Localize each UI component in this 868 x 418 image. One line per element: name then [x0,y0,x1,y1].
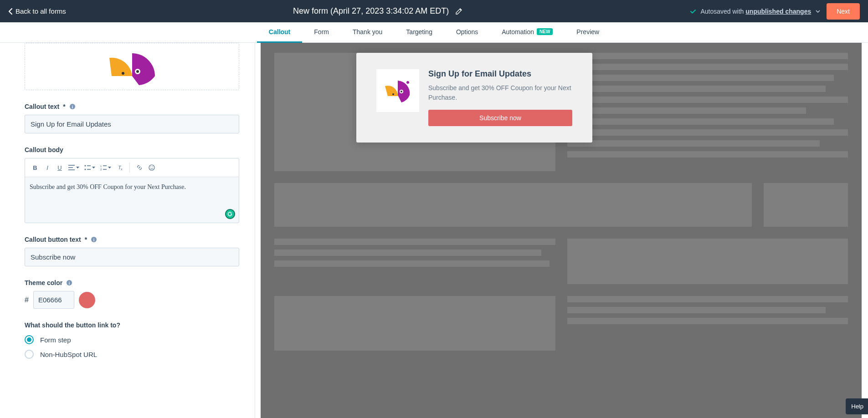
bold-button[interactable]: B [30,162,41,173]
next-button[interactable]: Next [827,3,860,20]
new-badge: NEW [537,28,553,35]
italic-button[interactable]: I [42,162,53,173]
svg-point-27 [401,91,402,92]
autosave-link[interactable]: unpublished changes [745,8,811,15]
callout-text-label: Callout text * i [25,103,239,110]
link-question: What should the button link to? [25,321,239,329]
grammarly-icon[interactable] [225,209,235,219]
ghost-block [567,239,848,284]
chevron-down-icon [76,167,79,169]
popup-title: Sign Up for Email Updates [428,69,572,79]
tab-callout[interactable]: Callout [257,22,302,43]
header-right: Autosaved with unpublished changes Next [689,3,860,20]
theme-color-group: Theme color i # [25,279,239,309]
radio-input[interactable] [25,350,34,359]
preview-canvas: Sign Up for Email Updates Subscribe and … [261,43,862,418]
svg-text:i: i [72,105,73,109]
popup-logo [376,69,419,112]
button-text-input[interactable] [25,248,239,266]
tab-thank-you[interactable]: Thank you [341,22,394,43]
ghost-block [274,183,752,227]
tab-label: Preview [576,28,599,36]
pencil-icon [455,8,462,15]
emoji-button[interactable] [146,162,157,173]
callout-body-group: Callout body B I U 12 [25,146,239,223]
tab-label: Callout [269,28,290,36]
svg-point-8 [85,165,86,167]
image-upload-area[interactable] [25,43,239,90]
tab-label: Thank you [353,28,382,36]
tab-label: Automation [502,28,534,36]
rte-body[interactable]: Subscribe and get 30% OFF Coupon for you… [25,177,239,223]
svg-point-20 [152,167,153,168]
form-title: New form (April 27, 2023 3:34:02 AM EDT) [293,6,449,16]
bullet-list-button[interactable] [82,162,97,173]
ghost-line [567,107,806,114]
rte-content: Subscribe and get 30% OFF Coupon for you… [30,184,186,190]
popup-text: Sign Up for Email Updates Subscribe and … [428,69,572,126]
ghost-block [274,296,555,351]
ghost-line [567,129,848,136]
uploaded-logo [87,44,178,85]
logo-icon [380,72,416,109]
back-to-forms-link[interactable]: Back to all forms [8,7,66,15]
rich-text-editor: B I U 12 Tx [25,158,239,223]
title-area: New form (April 27, 2023 3:34:02 AM EDT) [66,6,690,16]
help-button[interactable]: Help [846,398,868,414]
ghost-line [567,151,848,158]
color-row: # [25,291,239,309]
ghost-block [764,183,848,227]
info-icon[interactable]: i [91,236,97,243]
tab-automation[interactable]: AutomationNEW [490,22,565,43]
tab-targeting[interactable]: Targeting [394,22,444,43]
ghost-line [567,140,820,147]
svg-text:1: 1 [100,165,102,168]
tabs-bar: Callout Form Thank you Targeting Options… [0,22,868,43]
content-area: Callout text * i Callout body B I U [0,43,868,418]
color-hex-input[interactable] [33,291,74,309]
tab-options[interactable]: Options [444,22,490,43]
separator [129,163,130,173]
svg-point-10 [85,169,86,170]
rte-toolbar: B I U 12 Tx [25,158,239,177]
radio-input[interactable] [25,335,34,344]
callout-text-input[interactable] [25,115,239,133]
ghost-line [567,307,826,313]
svg-text:2: 2 [100,168,102,170]
numbered-list-button[interactable]: 12 [98,162,113,173]
chevron-down-icon [816,9,820,14]
ghost-line [567,86,826,92]
button-text-label: Callout button text * i [25,236,239,243]
info-icon[interactable]: i [69,103,76,110]
radio-form-step[interactable]: Form step [25,335,239,344]
check-icon [689,8,697,15]
logo-icon [96,53,169,85]
svg-point-2 [136,70,139,73]
color-swatch[interactable] [79,292,95,308]
autosave-status[interactable]: Autosaved with unpublished changes [689,8,820,15]
clear-format-button[interactable]: Tx [114,162,125,173]
align-button[interactable] [67,162,81,173]
theme-color-label: Theme color i [25,279,239,286]
tab-preview[interactable]: Preview [565,22,611,43]
link-button[interactable] [134,162,145,173]
svg-point-28 [406,81,409,84]
ghost-line [567,64,848,70]
underline-button[interactable]: U [54,162,65,173]
edit-title-button[interactable] [455,8,462,15]
info-icon[interactable]: i [66,280,72,286]
ghost-line [567,296,848,302]
settings-panel: Callout text * i Callout body B I U [0,43,255,418]
svg-text:i: i [93,238,95,242]
chevron-left-icon [8,8,13,15]
ghost-line [567,118,834,125]
tab-form[interactable]: Form [302,22,341,43]
svg-text:i: i [69,281,70,285]
autosave-prefix: Autosaved with [700,8,745,15]
callout-body-label: Callout body [25,146,239,153]
radio-non-hubspot-url[interactable]: Non-HubSpot URL [25,350,239,359]
callout-text-group: Callout text * i [25,103,239,133]
subscribe-button[interactable]: Subscribe now [428,110,572,126]
svg-point-18 [149,165,154,170]
svg-point-0 [122,72,124,75]
